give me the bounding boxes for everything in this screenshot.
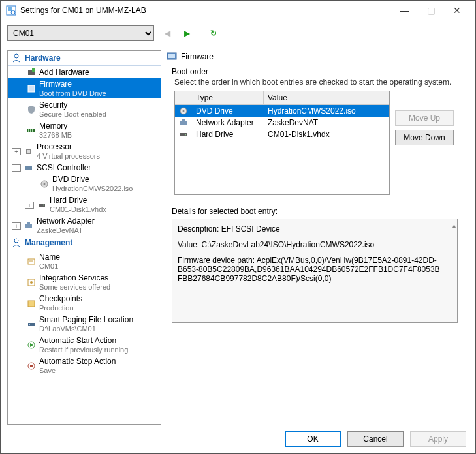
row-type: Hard Drive [192,129,264,140]
management-section[interactable]: Management [8,235,161,250]
table-row[interactable]: Network AdapterZaskeDevNAT [175,117,389,129]
cpu-icon [24,146,34,157]
row-value: HydrationCMWS2022.iso [264,105,389,117]
svg-rect-8 [28,129,29,132]
panel-title: Firmware [181,52,214,61]
hdd-icon [37,200,47,210]
prev-button[interactable]: ◀ [161,27,174,40]
svg-rect-9 [30,129,31,132]
move-down-button[interactable]: Move Down [395,130,454,145]
move-up-button[interactable]: Move Up [395,110,454,126]
details-path: Firmware device path: AcpiEx(VMBus,0,0)/… [178,256,441,283]
checkpoints-icon [26,298,37,309]
row-value: ZaskeDevNAT [264,117,389,129]
row-type: Network Adapter [192,117,264,129]
svg-rect-13 [25,166,32,170]
add-hardware-icon [26,67,37,78]
management-label: Management [25,238,72,247]
main-panel: Firmware Boot order Select the order in … [165,50,469,425]
hardware-section[interactable]: Hardware [8,51,161,66]
network-icon [24,220,34,231]
net-icon [175,117,192,129]
details-label: Details for selected boot entry: [165,195,469,219]
svg-rect-35 [180,121,187,125]
svg-rect-12 [27,150,30,153]
details-value: Value: C:\ZaskeDevLab24\ISO\HydrationCMW… [178,240,441,249]
scroll-up-icon[interactable]: ▴ [452,222,456,229]
svg-rect-6 [28,85,35,92]
col-type: Type [192,91,264,104]
node-processor[interactable]: + Processor 4 Virtual processors [8,140,161,161]
row-type: DVD Drive [192,105,264,117]
node-memory[interactable]: Memory 32768 MB [8,119,161,140]
node-security[interactable]: Security Secure Boot enabled [8,98,161,119]
svg-point-20 [14,239,18,243]
node-integration[interactable]: Integration Services Some services offer… [8,271,161,292]
details-box: Description: EFI SCSI Device Value: C:\Z… [172,219,458,323]
autostop-icon [26,361,37,371]
boot-order-table[interactable]: Type Value DVD DriveHydrationCMWS2022.is… [174,91,390,195]
separator [200,27,200,40]
svg-point-38 [185,134,186,136]
cancel-button[interactable]: Cancel [347,431,404,447]
ok-button[interactable]: OK [285,431,341,447]
vm-selector[interactable]: CM01 [7,25,154,41]
svg-rect-18 [25,224,32,228]
user-icon [12,238,21,247]
svg-rect-10 [32,129,33,132]
svg-rect-21 [28,259,35,264]
firmware-icon [26,83,37,94]
autostart-icon [26,340,37,350]
refresh-button[interactable]: ↻ [207,27,220,40]
settings-tree[interactable]: Hardware Add Hardware Firmware Boot from… [7,50,161,425]
node-checkpoints[interactable]: Checkpoints Production [8,292,161,313]
table-header: Type Value [175,91,389,105]
svg-rect-32 [168,54,175,58]
svg-point-24 [30,281,33,284]
node-hard-drive[interactable]: + Hard Drive CM01-Disk1.vhdx [8,194,161,215]
integration-icon [26,277,37,288]
boot-order-desc: Select the order in which boot entries a… [165,78,469,91]
disc-icon [39,179,50,189]
apply-button[interactable]: Apply [410,431,466,447]
node-firmware[interactable]: Firmware Boot from DVD Drive [8,78,161,98]
svg-rect-30 [30,365,33,367]
minimize-button[interactable]: — [392,1,418,20]
scsi-icon [24,162,34,173]
svg-point-2 [11,10,15,14]
firmware-panel-icon [167,52,177,62]
svg-point-34 [183,110,185,112]
svg-rect-1 [8,7,12,11]
hardware-label: Hardware [25,53,61,63]
hdd-icon [175,129,192,140]
node-scsi[interactable]: − SCSI Controller [8,161,161,173]
separator-line [217,57,469,57]
node-network-adapter[interactable]: + Network Adapter ZaskeDevNAT [8,215,161,235]
col-value: Value [264,91,389,104]
close-button[interactable]: ✕ [444,1,470,20]
node-name[interactable]: Name CM01 [8,250,161,271]
app-icon [6,5,16,16]
boot-order-label: Boot order [165,66,469,78]
svg-rect-27 [29,324,30,325]
node-autostart[interactable]: Automatic Start Action Restart if previo… [8,334,161,355]
row-value: CM01-Disk1.vhdx [264,129,389,140]
svg-point-17 [43,205,44,206]
details-description: Description: EFI SCSI Device [178,224,441,234]
settings-window: Settings for CM01 on UMM-MZ-LAB — ▢ ✕ CM… [0,0,476,454]
maximize-button[interactable]: ▢ [418,1,444,20]
node-add-hardware[interactable]: Add Hardware [8,66,161,78]
disc-icon [175,105,192,117]
svg-point-3 [14,54,18,58]
user-icon [12,53,21,63]
node-dvd-drive[interactable]: DVD Drive HydrationCMWS2022.iso [8,173,161,194]
table-row[interactable]: Hard DriveCM01-Disk1.vhdx [175,129,389,140]
memory-icon [26,125,37,136]
node-autostop[interactable]: Automatic Stop Action Save [8,355,161,376]
svg-rect-36 [182,119,185,121]
next-button[interactable]: ▶ [180,27,193,40]
name-icon [26,256,37,267]
table-row[interactable]: DVD DriveHydrationCMWS2022.iso [175,105,389,117]
shield-icon [26,104,37,115]
node-paging[interactable]: Smart Paging File Location D:\LabVMs\CM0… [8,313,161,334]
